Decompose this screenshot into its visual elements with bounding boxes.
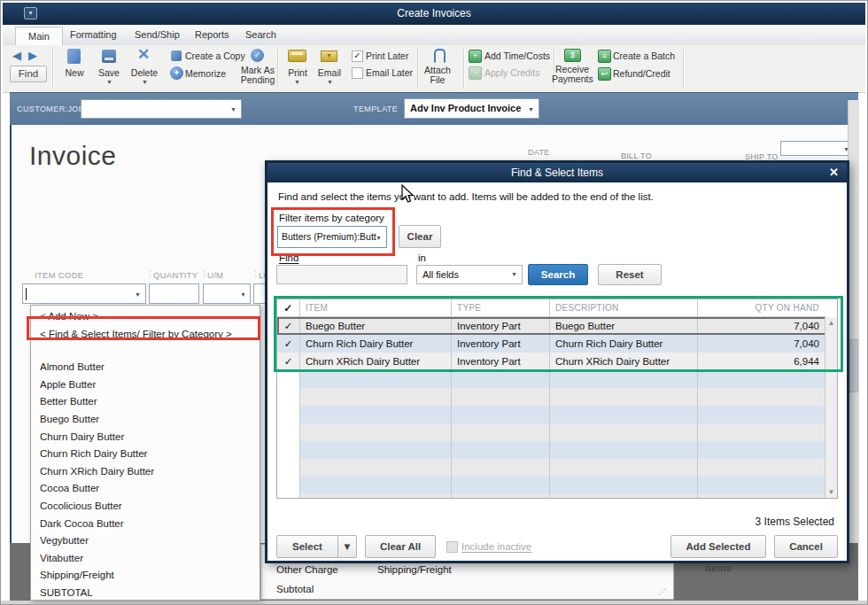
reset-button[interactable]: Reset: [598, 264, 662, 285]
receive-payments-icon[interactable]: $: [564, 49, 581, 62]
table-row[interactable]: ✓ Churn Rich Dairy Butter Inventory Part…: [277, 335, 837, 353]
mark-pending-icon[interactable]: ✓: [251, 49, 264, 62]
list-item[interactable]: Cocoa Butter: [31, 480, 260, 498]
print-icon[interactable]: [288, 50, 306, 62]
add-time-costs-button[interactable]: Add Time/Costs: [484, 51, 550, 61]
add-selected-items-button[interactable]: Add Selected Items: [670, 535, 766, 558]
print-later-label[interactable]: Print Later: [366, 51, 408, 61]
table-row[interactable]: ✓ Churn XRich Dairy Butter Inventory Par…: [277, 353, 837, 370]
header-description[interactable]: DESCRIPTION: [550, 299, 698, 317]
back-arrow-icon[interactable]: ◀: [12, 49, 21, 62]
list-item[interactable]: Churn XRich Dairy Butter: [31, 463, 260, 481]
attach-file-button[interactable]: Attach File: [421, 66, 454, 85]
row-checkmark[interactable]: ✓: [277, 317, 300, 335]
memorize-button[interactable]: Memorize: [185, 69, 226, 79]
list-item[interactable]: Apple Butter: [31, 376, 260, 394]
new-button[interactable]: New: [58, 68, 91, 78]
combo-arrow-icon[interactable]: ▼: [240, 291, 246, 298]
tab-search[interactable]: Search: [233, 26, 289, 44]
um-input[interactable]: ▼: [203, 283, 251, 304]
clear-button[interactable]: Clear: [399, 225, 441, 248]
delete-button[interactable]: Delete: [125, 68, 164, 78]
new-icon[interactable]: [67, 49, 81, 64]
header-check[interactable]: ✓: [277, 299, 300, 317]
delete-icon[interactable]: ✕: [137, 47, 150, 62]
table-row[interactable]: ✓ Buego Butter Inventory Part Buego Butt…: [277, 317, 837, 335]
empty-row[interactable]: [277, 388, 837, 406]
create-copy-icon[interactable]: [171, 50, 182, 61]
scrollbar-thumb[interactable]: [849, 339, 858, 392]
list-item[interactable]: Churn Dairy Butter: [31, 429, 260, 446]
select-button[interactable]: Select: [276, 535, 338, 558]
find-input[interactable]: [276, 265, 407, 284]
mark-pending-button[interactable]: Mark As Pending: [236, 66, 280, 85]
list-item[interactable]: Dark Cocoa Butter: [31, 516, 260, 533]
tab-formatting[interactable]: Formatting: [58, 26, 129, 44]
header-qty-on-hand[interactable]: QTY ON HAND: [698, 299, 826, 317]
refund-credit-button[interactable]: Refund/Credit: [613, 69, 670, 79]
customer-job-combo[interactable]: ▼: [81, 99, 242, 119]
list-item[interactable]: Shipping/Freight: [31, 567, 260, 585]
row-checkmark[interactable]: ✓: [277, 335, 300, 353]
list-item[interactable]: Vegybutter: [31, 532, 260, 550]
row-checkmark[interactable]: ✓: [277, 353, 300, 370]
attach-file-icon[interactable]: [434, 49, 446, 63]
search-button[interactable]: Search: [528, 264, 588, 285]
list-item[interactable]: Buego Butter: [31, 411, 260, 429]
tab-send-ship[interactable]: Send/Ship: [122, 26, 192, 44]
scroll-up-icon[interactable]: ▲: [825, 319, 837, 327]
save-button[interactable]: Save: [93, 68, 125, 78]
empty-row[interactable]: [277, 459, 837, 477]
email-button[interactable]: Email: [316, 68, 343, 78]
list-item[interactable]: SUBTOTAL: [31, 585, 260, 602]
memorize-icon[interactable]: ✦: [170, 66, 183, 80]
list-item[interactable]: Almond Butter: [31, 359, 260, 376]
empty-row[interactable]: [277, 370, 837, 388]
delete-dropdown-arrow[interactable]: ▼: [142, 79, 148, 85]
header-item[interactable]: ITEM: [300, 299, 452, 317]
scroll-down-icon[interactable]: ▼: [825, 488, 837, 496]
empty-row[interactable]: [277, 406, 837, 423]
list-item-find-select[interactable]: < Find & Select Items/ Filter by Categor…: [31, 326, 260, 344]
select-dropdown-arrow[interactable]: ▼: [337, 535, 357, 558]
combo-arrow-icon[interactable]: ▼: [376, 227, 382, 247]
print-dropdown-arrow[interactable]: ▼: [294, 79, 300, 85]
email-later-checkbox[interactable]: [352, 67, 363, 79]
save-icon[interactable]: [102, 50, 116, 63]
filter-category-combo[interactable]: Butters (Premium):Butt ▼: [277, 226, 387, 248]
list-item[interactable]: Churn Rich Dairy Butter: [31, 446, 260, 463]
header-type[interactable]: TYPE: [452, 299, 550, 317]
cancel-button[interactable]: Cancel: [774, 535, 838, 558]
combo-arrow-icon[interactable]: ▼: [511, 266, 517, 283]
template-combo[interactable]: Adv Inv Product Invoice ▼: [404, 98, 539, 119]
list-item-add-new[interactable]: < Add New >: [31, 308, 260, 326]
close-icon[interactable]: ✕: [829, 166, 839, 180]
add-time-costs-icon[interactable]: +: [469, 50, 482, 63]
in-field-combo[interactable]: All fields ▼: [416, 265, 523, 284]
email-later-label[interactable]: Email Later: [366, 68, 413, 78]
create-batch-button[interactable]: Create a Batch: [613, 51, 675, 61]
table-scrollbar[interactable]: ▲▼: [825, 317, 837, 498]
combo-arrow-icon[interactable]: ▼: [230, 106, 236, 112]
tab-main[interactable]: Main: [15, 27, 63, 47]
resize-grip[interactable]: ⋰: [658, 587, 666, 596]
empty-row[interactable]: [277, 441, 837, 459]
ship-to-combo[interactable]: ▼: [780, 141, 855, 156]
email-dropdown-arrow[interactable]: ▼: [327, 79, 333, 85]
quantity-input[interactable]: [149, 283, 199, 304]
print-button[interactable]: Print: [285, 68, 310, 78]
combo-arrow-icon[interactable]: ▼: [528, 99, 534, 118]
window-menu-icon[interactable]: ▾: [24, 7, 37, 19]
list-item[interactable]: Vitabutter: [31, 550, 260, 568]
combo-arrow-icon[interactable]: ▼: [135, 291, 141, 298]
empty-row[interactable]: [277, 494, 837, 499]
list-item[interactable]: Cocolicious Butter: [31, 498, 260, 516]
print-later-checkbox[interactable]: ✓: [352, 50, 363, 62]
find-button[interactable]: Find: [10, 66, 47, 82]
save-dropdown-arrow[interactable]: ▼: [106, 79, 112, 85]
clear-all-button[interactable]: Clear All: [365, 535, 436, 558]
create-copy-button[interactable]: Create a Copy: [185, 51, 245, 61]
list-item[interactable]: Better Butter: [31, 393, 260, 411]
item-code-input[interactable]: ▼: [22, 283, 146, 304]
empty-row[interactable]: [277, 477, 837, 494]
